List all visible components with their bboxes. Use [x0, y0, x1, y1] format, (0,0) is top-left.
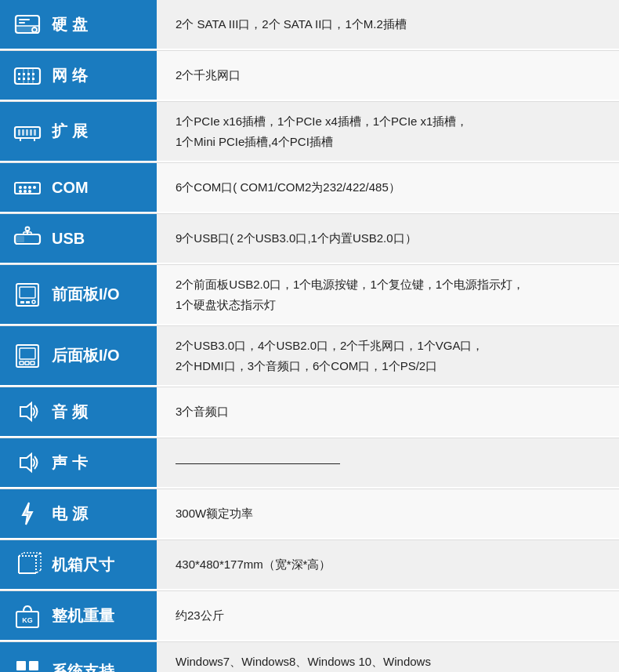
value-cell-chassis: 430*480*177mm（宽*深*高） — [157, 540, 619, 590]
label-text-usb: USB — [52, 230, 85, 248]
label-text-expansion: 扩 展 — [52, 121, 88, 142]
svg-point-33 — [28, 190, 31, 193]
row-usb: USB 9个USB口( 2个USB3.0口,1个内置USB2.0口） — [0, 214, 619, 265]
label-text-backio: 后面板I/O — [52, 345, 120, 366]
label-text-audio: 音 频 — [52, 401, 88, 423]
svg-rect-6 — [15, 68, 40, 84]
svg-rect-35 — [15, 236, 24, 242]
value-cell-usb: 9个USB口( 2个USB3.0口,1个内置USB2.0口） — [157, 214, 619, 264]
label-cell-audio: 音 频 — [0, 387, 157, 438]
label-text-weight: 整机重量 — [52, 605, 114, 627]
svg-rect-44 — [26, 301, 30, 303]
label-text-os: 系统支持 — [52, 661, 114, 672]
network-icon — [11, 59, 44, 92]
value-cell-harddisk: 2个 SATA III口，2个 SATA II口，1个M.2插槽 — [157, 0, 619, 50]
value-cell-soundcard: —————————————— — [157, 438, 619, 489]
row-soundcard: 声 卡 —————————————— — [0, 438, 619, 489]
svg-point-28 — [24, 186, 27, 189]
chassis-icon — [11, 548, 44, 581]
value-cell-os: Windows7、Windows8、Windows 10、Windowsserv… — [157, 642, 619, 672]
row-frontio: 前面板I/O 2个前面板USB2.0口，1个电源按键，1个复位键，1个电源指示灯… — [0, 265, 619, 326]
label-cell-backio: 后面板I/O — [0, 326, 157, 387]
value-cell-backio: 2个USB3.0口，4个USB2.0口，2个千兆网口，1个VGA口，2个HDMI… — [157, 326, 619, 387]
usb-icon — [11, 222, 44, 255]
value-cell-audio: 3个音频口 — [157, 387, 619, 438]
row-weight: KG 整机重量 约23公斤 — [0, 591, 619, 642]
svg-point-31 — [19, 190, 22, 193]
row-com: COM 6个COM口( COM1/COM2为232/422/485） — [0, 163, 619, 214]
power-icon — [11, 497, 44, 530]
harddisk-icon — [11, 8, 44, 41]
svg-rect-66 — [29, 661, 38, 670]
svg-point-29 — [28, 186, 31, 189]
label-cell-network: 网 络 — [0, 51, 157, 101]
svg-rect-26 — [15, 183, 40, 194]
svg-point-37 — [26, 227, 30, 231]
svg-marker-52 — [20, 454, 31, 471]
label-cell-usb: USB — [0, 214, 157, 264]
svg-point-45 — [32, 300, 35, 303]
soundcard-icon — [11, 446, 44, 479]
label-cell-com: COM — [0, 163, 157, 213]
com-icon — [11, 171, 44, 204]
svg-rect-47 — [20, 348, 35, 359]
value-cell-com: 6个COM口( COM1/COM2为232/422/485） — [157, 163, 619, 213]
backio-icon — [11, 340, 44, 372]
svg-rect-50 — [31, 361, 34, 365]
label-cell-harddisk: 硬 盘 — [0, 0, 157, 50]
label-text-harddisk: 硬 盘 — [52, 14, 88, 35]
audio-icon — [11, 395, 44, 428]
svg-rect-43 — [20, 301, 24, 303]
row-expansion: 扩 展 1个PCIe x16插槽，1个PCIe x4插槽，1个PCIe x1插槽… — [0, 102, 619, 163]
svg-marker-51 — [20, 403, 31, 420]
label-cell-weight: KG 整机重量 — [0, 591, 157, 641]
svg-rect-23 — [34, 129, 36, 136]
svg-rect-65 — [16, 661, 26, 670]
svg-rect-3 — [19, 19, 30, 20]
value-cell-frontio: 2个前面板USB2.0口，1个电源按键，1个复位键，1个电源指示灯，1个硬盘状态… — [157, 265, 619, 325]
row-chassis: 机箱尺寸 430*480*177mm（宽*深*高） — [0, 540, 619, 591]
row-os: 系统支持 Windows7、Windows8、Windows 10、Window… — [0, 642, 619, 672]
svg-rect-21 — [26, 129, 28, 136]
value-cell-expansion: 1个PCIe x16插槽，1个PCIe x4插槽，1个PCIe x1插槽，1个M… — [157, 102, 619, 162]
label-text-chassis: 机箱尺寸 — [52, 554, 114, 576]
row-power: 电 源 300W额定功率 — [0, 489, 619, 540]
spec-table: 硬 盘 2个 SATA III口，2个 SATA II口，1个M.2插槽 — [0, 0, 619, 672]
os-icon — [11, 656, 44, 673]
row-network: 网 络 2个千兆网口 — [0, 51, 619, 102]
svg-rect-49 — [25, 361, 29, 365]
svg-rect-7 — [18, 73, 20, 75]
svg-point-27 — [19, 186, 22, 189]
label-text-soundcard: 声 卡 — [52, 452, 88, 474]
row-backio: 后面板I/O 2个USB3.0口，4个USB2.0口，2个千兆网口，1个VGA口… — [0, 326, 619, 387]
label-cell-frontio: 前面板I/O — [0, 265, 157, 325]
svg-point-32 — [24, 190, 27, 193]
svg-rect-4 — [19, 22, 25, 24]
row-harddisk: 硬 盘 2个 SATA III口，2个 SATA II口，1个M.2插槽 — [0, 0, 619, 51]
label-cell-soundcard: 声 卡 — [0, 438, 157, 489]
label-text-frontio: 前面板I/O — [52, 284, 120, 305]
svg-rect-11 — [18, 78, 20, 80]
row-audio: 音 频 3个音频口 — [0, 387, 619, 438]
value-cell-power: 300W额定功率 — [157, 489, 619, 539]
label-cell-power: 电 源 — [0, 489, 157, 539]
svg-rect-20 — [22, 129, 24, 136]
label-text-network: 网 络 — [52, 65, 88, 86]
value-cell-weight: 约23公斤 — [157, 591, 619, 641]
svg-rect-19 — [18, 129, 20, 136]
expansion-icon — [11, 115, 44, 148]
label-cell-chassis: 机箱尺寸 — [0, 540, 157, 590]
value-cell-network: 2个千兆网口 — [157, 51, 619, 101]
svg-point-30 — [33, 186, 36, 189]
label-text-com: COM — [52, 179, 89, 197]
svg-text:KG: KG — [22, 616, 33, 624]
frontio-icon — [11, 278, 44, 311]
svg-rect-42 — [20, 287, 35, 298]
label-text-power: 电 源 — [52, 503, 88, 525]
label-cell-os: 系统支持 — [0, 642, 157, 672]
svg-rect-22 — [30, 129, 32, 136]
svg-rect-48 — [20, 361, 24, 365]
label-cell-expansion: 扩 展 — [0, 102, 157, 162]
weight-icon: KG — [11, 599, 44, 632]
